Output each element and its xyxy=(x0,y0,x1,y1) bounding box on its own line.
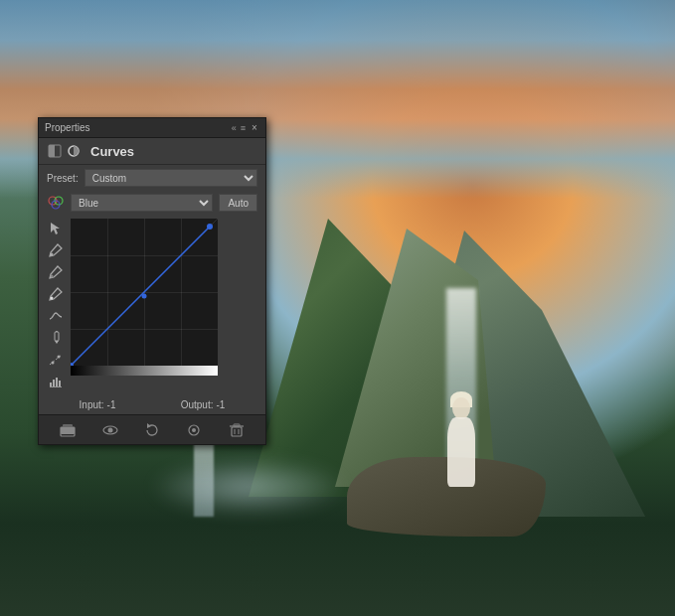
svg-marker-10 xyxy=(55,341,59,344)
auto-button[interactable]: Auto xyxy=(219,194,257,212)
panel-titlebar: Properties « ≡ × xyxy=(39,118,265,138)
preset-select[interactable]: Custom Default Strong Contrast Linear Co… xyxy=(84,169,257,187)
io-row: Input: -1 Output: -1 xyxy=(39,395,265,414)
curve-graph[interactable] xyxy=(71,219,218,366)
toolbar-visibility-icon[interactable] xyxy=(99,419,121,441)
panel-title-controls: « ≡ × xyxy=(232,123,259,133)
input-display: Input: -1 xyxy=(80,399,116,410)
toolbar-delete-icon[interactable] xyxy=(226,419,248,441)
svg-rect-15 xyxy=(53,380,55,386)
panel-title: Properties xyxy=(45,122,90,133)
svg-rect-1 xyxy=(49,145,55,157)
svg-point-6 xyxy=(51,253,54,256)
tool-eyedropper-gray[interactable] xyxy=(46,262,66,282)
preset-row: Preset: Custom Default Strong Contrast L… xyxy=(39,165,265,191)
properties-panel: Properties « ≡ × Curves Pr xyxy=(38,117,266,445)
curve-svg xyxy=(71,219,218,366)
output-value: -1 xyxy=(217,399,226,410)
tool-curve-points[interactable] xyxy=(46,350,66,370)
svg-point-27 xyxy=(107,427,112,432)
gradient-bar xyxy=(71,366,218,376)
svg-rect-14 xyxy=(50,383,52,386)
adj-icon-mask[interactable] xyxy=(47,143,63,159)
tool-histogram[interactable] xyxy=(46,372,66,391)
input-value: -1 xyxy=(107,399,116,410)
panel-close-button[interactable]: × xyxy=(250,123,259,133)
adjustment-icons xyxy=(47,143,82,159)
tool-pointer[interactable] xyxy=(46,219,66,238)
output-label: Output: xyxy=(181,399,214,410)
svg-point-13 xyxy=(58,356,61,359)
svg-point-12 xyxy=(52,362,55,365)
tool-eyedropper-white[interactable] xyxy=(46,284,66,304)
output-display: Output: -1 xyxy=(181,399,226,410)
input-label: Input: xyxy=(80,399,104,410)
svg-point-7 xyxy=(51,275,54,278)
person-head xyxy=(452,397,470,419)
svg-rect-16 xyxy=(56,378,58,386)
mist-cloud xyxy=(149,457,348,517)
person-figure xyxy=(436,378,486,487)
svg-point-30 xyxy=(192,428,196,432)
collapse-icon[interactable]: « xyxy=(232,123,237,133)
curves-main xyxy=(39,215,265,395)
adj-icon-circle[interactable] xyxy=(66,143,82,159)
toolbar-layer-icon[interactable] xyxy=(57,419,79,441)
toolbar-reset-icon[interactable] xyxy=(141,419,163,441)
tool-eyedropper-black[interactable] xyxy=(46,240,66,260)
curve-graph-wrapper xyxy=(71,219,261,391)
panel-menu-icon[interactable]: ≡ xyxy=(241,123,246,133)
svg-rect-9 xyxy=(55,332,59,341)
curves-title: Curves xyxy=(90,144,134,159)
svg-rect-17 xyxy=(59,381,61,386)
channel-select[interactable]: RGB Red Green Blue xyxy=(71,194,213,212)
channel-picker-icon xyxy=(47,194,65,212)
preset-label: Preset: xyxy=(47,173,79,184)
svg-point-22 xyxy=(142,294,147,299)
toolbar-eye2-icon[interactable] xyxy=(183,419,205,441)
panel-toolbar xyxy=(39,414,265,444)
person-body xyxy=(447,417,475,487)
svg-rect-33 xyxy=(234,424,240,426)
channel-row: RGB Red Green Blue Auto xyxy=(39,191,265,215)
svg-point-20 xyxy=(207,224,213,230)
svg-rect-25 xyxy=(61,427,75,434)
tool-curve-smooth[interactable] xyxy=(46,306,66,326)
svg-point-8 xyxy=(51,297,54,300)
tools-column xyxy=(45,219,67,391)
panel-header: Curves xyxy=(39,138,265,165)
svg-rect-31 xyxy=(232,427,242,436)
tool-pencil[interactable] xyxy=(46,328,66,348)
